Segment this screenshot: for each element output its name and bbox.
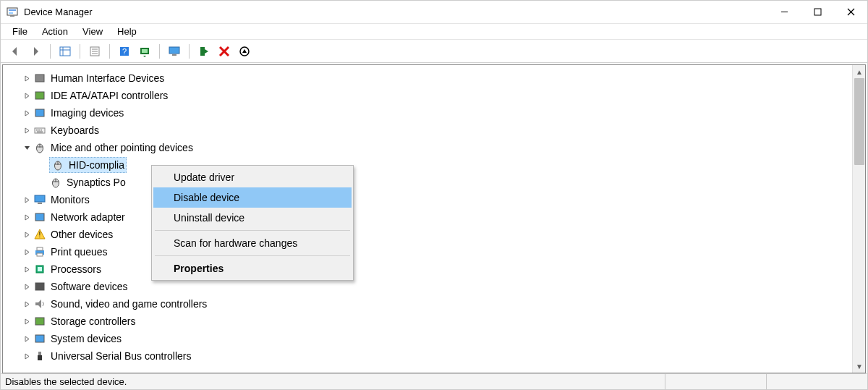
chevron-right-icon[interactable]	[22, 197, 32, 203]
power-icon[interactable]	[236, 43, 253, 60]
scan-icon[interactable]	[136, 43, 153, 60]
help-icon[interactable]: ?	[116, 43, 133, 60]
maximize-button[interactable]	[801, 1, 834, 23]
menu-action[interactable]: Action	[35, 25, 75, 38]
monitor-icon	[33, 193, 46, 206]
status-text: Disables the selected device.	[1, 374, 665, 389]
tree-item[interactable]: Print queues	[9, 243, 849, 260]
show-hidden-icon[interactable]	[56, 43, 74, 60]
tree-item[interactable]: Sound, video and game controllers	[9, 295, 849, 313]
tree-item[interactable]: Universal Serial Bus controllers	[9, 347, 849, 365]
tree-item[interactable]: HID-complia	[9, 156, 849, 174]
context-menu[interactable]: Update driverDisable deviceUninstall dev…	[151, 165, 354, 281]
chevron-right-icon[interactable]	[22, 214, 32, 221]
svg-rect-22	[200, 47, 205, 56]
device-tree[interactable]: Human Interface DevicesIDE ATA/ATAPI con…	[3, 65, 852, 373]
svg-rect-55	[35, 283, 44, 290]
tree-item[interactable]: System devices	[9, 330, 849, 347]
context-menu-item[interactable]: Uninstall device	[153, 208, 352, 228]
status-bar: Disables the selected device.	[1, 373, 867, 389]
svg-text:?: ?	[122, 47, 127, 56]
chevron-right-icon[interactable]	[22, 75, 32, 82]
usb-icon	[33, 349, 46, 363]
context-menu-item[interactable]: Scan for hardware changes	[153, 233, 352, 253]
toolbar-separator	[80, 44, 80, 59]
properties-icon[interactable]	[86, 43, 103, 60]
chevron-right-icon[interactable]	[22, 318, 32, 325]
scroll-thumb[interactable]	[854, 78, 864, 165]
svg-rect-32	[36, 130, 38, 131]
forward-arrow-icon[interactable]	[27, 43, 44, 60]
context-menu-item[interactable]: Properties	[153, 258, 352, 279]
tree-item[interactable]: Monitors	[9, 191, 849, 208]
svg-rect-30	[35, 109, 44, 116]
software-icon	[33, 280, 46, 293]
system-icon	[33, 332, 46, 345]
keyboard-icon	[33, 124, 46, 137]
svg-rect-46	[38, 203, 42, 204]
status-cell-2	[665, 374, 766, 389]
close-button[interactable]	[834, 1, 867, 23]
toolbar-separator	[109, 44, 110, 59]
hid-icon	[33, 72, 46, 85]
enable-icon[interactable]	[195, 43, 213, 60]
back-arrow-icon[interactable]	[7, 43, 24, 60]
minimize-button[interactable]	[767, 1, 801, 23]
tree-item[interactable]: Human Interface Devices	[9, 69, 849, 87]
tree-item-label: System devices	[51, 330, 122, 347]
tree-item[interactable]: Synaptics Po	[9, 174, 849, 191]
disable-x-icon[interactable]	[216, 43, 233, 60]
tree-item-label: IDE ATA/ATAPI controllers	[51, 87, 168, 104]
tree-item[interactable]: Mice and other pointing devices	[9, 139, 849, 156]
tree-item-label: Storage controllers	[51, 313, 136, 330]
chevron-right-icon[interactable]	[22, 232, 32, 238]
tree-item[interactable]: Processors	[9, 260, 849, 278]
tree-item[interactable]: Keyboards	[9, 122, 849, 139]
chevron-right-icon[interactable]	[22, 93, 32, 99]
status-cell-3	[766, 374, 867, 389]
tree-item-label: Network adapter	[51, 208, 125, 226]
chevron-right-icon[interactable]	[22, 266, 32, 273]
chevron-right-icon[interactable]	[22, 249, 32, 255]
mouse-icon	[49, 176, 62, 189]
menu-file[interactable]: File	[5, 25, 35, 38]
context-menu-item[interactable]: Disable device	[153, 187, 352, 208]
chevron-right-icon[interactable]	[22, 284, 32, 290]
scroll-up-icon[interactable]: ▲	[853, 65, 866, 78]
tree-item-label: Imaging devices	[51, 104, 124, 122]
tree-pane: Human Interface DevicesIDE ATA/ATAPI con…	[2, 64, 866, 373]
chevron-right-icon[interactable]	[22, 127, 32, 134]
svg-rect-19	[142, 49, 148, 53]
chevron-down-icon[interactable]	[22, 145, 32, 151]
chevron-right-icon[interactable]	[22, 301, 32, 308]
chevron-right-icon[interactable]	[22, 353, 32, 360]
mouse-icon	[51, 158, 64, 171]
scroll-down-icon[interactable]: ▼	[853, 360, 866, 373]
menu-view[interactable]: View	[75, 25, 110, 38]
chevron-right-icon[interactable]	[22, 110, 32, 116]
menu-help[interactable]: Help	[110, 25, 144, 38]
svg-rect-52	[37, 253, 43, 256]
chevron-right-icon[interactable]	[22, 336, 32, 342]
monitor-icon[interactable]	[166, 43, 183, 60]
svg-rect-58	[35, 335, 44, 342]
tree-item[interactable]: Software devices	[9, 278, 849, 295]
mouse-icon	[33, 141, 46, 154]
window-title: Device Manager	[24, 7, 93, 17]
svg-rect-57	[35, 318, 44, 325]
storage-icon	[33, 315, 46, 328]
tree-item[interactable]: !Other devices	[9, 226, 849, 243]
svg-rect-3	[10, 15, 14, 17]
svg-rect-33	[38, 130, 40, 131]
tree-item[interactable]: Network adapter	[9, 208, 849, 226]
tree-item-label: Keyboards	[51, 122, 99, 139]
printer-icon	[33, 245, 46, 258]
tree-item[interactable]: IDE ATA/ATAPI controllers	[9, 87, 849, 104]
svg-rect-8	[60, 47, 70, 56]
svg-rect-54	[38, 267, 42, 271]
svg-rect-28	[35, 75, 44, 82]
vertical-scrollbar[interactable]: ▲ ▼	[852, 65, 865, 373]
tree-item[interactable]: Imaging devices	[9, 104, 849, 122]
context-menu-item[interactable]: Update driver	[153, 167, 352, 187]
tree-item[interactable]: Storage controllers	[9, 313, 849, 330]
